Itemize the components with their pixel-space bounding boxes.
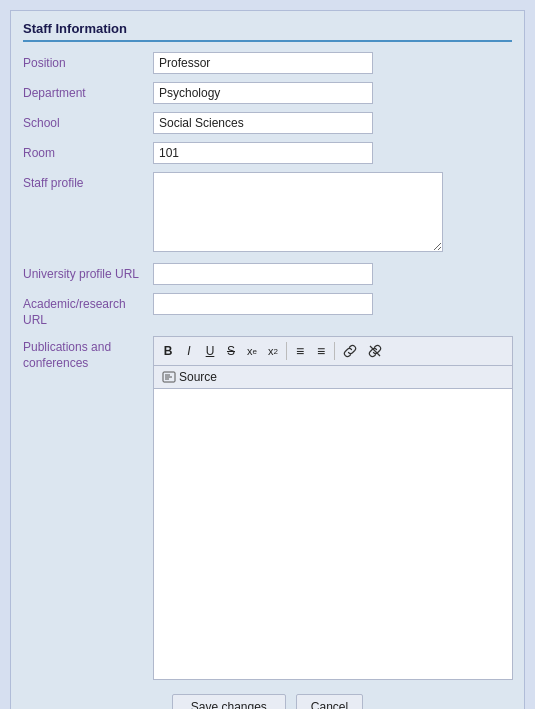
school-input[interactable] — [153, 112, 373, 134]
school-row: School — [23, 112, 512, 134]
source-label: Source — [179, 370, 217, 384]
academic-research-row: Academic/research URL — [23, 293, 512, 328]
italic-button[interactable]: I — [179, 340, 199, 362]
university-profile-row: University profile URL — [23, 263, 512, 285]
strikethrough-button[interactable]: S — [221, 340, 241, 362]
publications-editor: B I U S xe x2 ≡ ≡ — [153, 336, 513, 680]
academic-research-input[interactable] — [153, 293, 373, 315]
university-profile-label: University profile URL — [23, 263, 153, 283]
save-button[interactable]: Save changes — [172, 694, 286, 709]
ordered-list-button[interactable]: ≡ — [311, 340, 331, 362]
insert-link-button[interactable] — [338, 340, 362, 362]
department-label: Department — [23, 82, 153, 102]
school-field — [153, 112, 512, 134]
unlink-icon — [368, 344, 382, 358]
university-profile-input[interactable] — [153, 263, 373, 285]
room-label: Room — [23, 142, 153, 162]
staff-profile-label: Staff profile — [23, 172, 153, 192]
unordered-list-button[interactable]: ≡ — [290, 340, 310, 362]
remove-link-button[interactable] — [363, 340, 387, 362]
staff-information-container: Staff Information Position Department Sc… — [10, 10, 525, 709]
position-row: Position — [23, 52, 512, 74]
editor-content-area — [154, 389, 512, 679]
section-title: Staff Information — [23, 21, 512, 42]
publications-row: Publications and conferences B I U S xe … — [23, 336, 512, 680]
position-field — [153, 52, 512, 74]
staff-profile-row: Staff profile — [23, 172, 512, 255]
staff-profile-textarea[interactable] — [153, 172, 443, 252]
source-icon — [162, 371, 176, 383]
link-icon — [343, 344, 357, 358]
department-field — [153, 82, 512, 104]
academic-research-label: Academic/research URL — [23, 293, 153, 328]
room-input[interactable] — [153, 142, 373, 164]
publications-label: Publications and conferences — [23, 336, 153, 371]
underline-button[interactable]: U — [200, 340, 220, 362]
rich-text-editor: B I U S xe x2 ≡ ≡ — [153, 336, 513, 680]
room-row: Room — [23, 142, 512, 164]
toolbar-separator-2 — [334, 342, 335, 360]
source-button[interactable]: Source — [158, 369, 221, 385]
room-field — [153, 142, 512, 164]
department-row: Department — [23, 82, 512, 104]
school-label: School — [23, 112, 153, 132]
university-profile-field — [153, 263, 512, 285]
bold-button[interactable]: B — [158, 340, 178, 362]
cancel-button[interactable]: Cancel — [296, 694, 363, 709]
editor-toolbar: B I U S xe x2 ≡ ≡ — [154, 337, 512, 366]
subscript-button[interactable]: xe — [242, 340, 262, 362]
academic-research-field — [153, 293, 512, 315]
department-input[interactable] — [153, 82, 373, 104]
editor-toolbar-row2: Source — [154, 366, 512, 389]
position-label: Position — [23, 52, 153, 72]
footer-buttons: Save changes Cancel — [23, 694, 512, 709]
toolbar-separator-1 — [286, 342, 287, 360]
staff-profile-field — [153, 172, 512, 255]
position-input[interactable] — [153, 52, 373, 74]
superscript-button[interactable]: x2 — [263, 340, 283, 362]
